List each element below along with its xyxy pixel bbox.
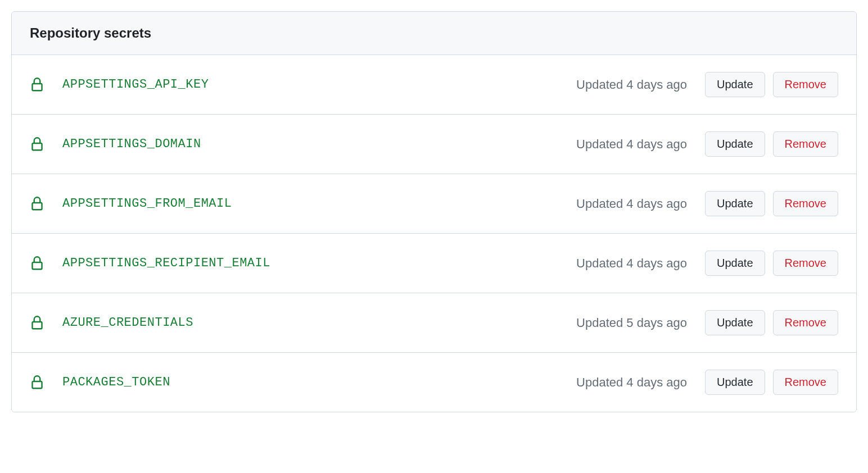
- lock-icon: [30, 255, 44, 272]
- lock-icon: [30, 195, 44, 212]
- update-button[interactable]: Update: [705, 72, 765, 97]
- secret-updated: Updated 4 days ago: [576, 197, 687, 211]
- update-button[interactable]: Update: [705, 131, 765, 157]
- secret-row: PACKAGES_TOKENUpdated 4 days agoUpdateRe…: [12, 353, 856, 412]
- lock-icon: [30, 76, 44, 93]
- secret-updated: Updated 5 days ago: [576, 316, 687, 330]
- secret-name: APPSETTINGS_DOMAIN: [62, 137, 576, 151]
- secret-row: APPSETTINGS_DOMAINUpdated 4 days agoUpda…: [12, 115, 856, 174]
- secret-name: APPSETTINGS_API_KEY: [62, 78, 576, 92]
- secret-name: APPSETTINGS_FROM_EMAIL: [62, 197, 576, 211]
- remove-button[interactable]: Remove: [773, 72, 838, 97]
- remove-button[interactable]: Remove: [773, 251, 838, 276]
- panel-header: Repository secrets: [12, 12, 856, 55]
- secret-updated: Updated 4 days ago: [576, 256, 687, 271]
- remove-button[interactable]: Remove: [773, 310, 838, 335]
- secret-updated: Updated 4 days ago: [576, 137, 687, 152]
- secrets-list: APPSETTINGS_API_KEYUpdated 4 days agoUpd…: [12, 55, 856, 412]
- update-button[interactable]: Update: [705, 251, 765, 276]
- lock-icon: [30, 374, 44, 391]
- secret-row: APPSETTINGS_RECIPIENT_EMAILUpdated 4 day…: [12, 234, 856, 293]
- remove-button[interactable]: Remove: [773, 191, 838, 216]
- remove-button[interactable]: Remove: [773, 131, 838, 157]
- update-button[interactable]: Update: [705, 370, 765, 395]
- secret-name: PACKAGES_TOKEN: [62, 375, 576, 389]
- lock-icon: [30, 136, 44, 153]
- lock-icon: [30, 315, 44, 331]
- secret-name: AZURE_CREDENTIALS: [62, 316, 576, 330]
- secret-updated: Updated 4 days ago: [576, 78, 687, 92]
- remove-button[interactable]: Remove: [773, 370, 838, 395]
- panel-title: Repository secrets: [30, 25, 838, 41]
- secret-name: APPSETTINGS_RECIPIENT_EMAIL: [62, 256, 576, 270]
- secret-row: AZURE_CREDENTIALSUpdated 5 days agoUpdat…: [12, 293, 856, 353]
- secret-row: APPSETTINGS_FROM_EMAILUpdated 4 days ago…: [12, 174, 856, 234]
- secret-updated: Updated 4 days ago: [576, 375, 687, 390]
- secret-row: APPSETTINGS_API_KEYUpdated 4 days agoUpd…: [12, 55, 856, 115]
- update-button[interactable]: Update: [705, 191, 765, 216]
- repository-secrets-panel: Repository secrets APPSETTINGS_API_KEYUp…: [11, 11, 857, 412]
- update-button[interactable]: Update: [705, 310, 765, 335]
